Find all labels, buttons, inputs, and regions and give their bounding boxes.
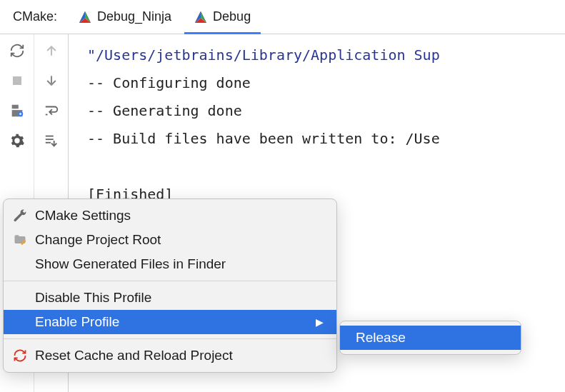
tab-debug-ninja[interactable]: Debug_Ninja bbox=[67, 0, 183, 34]
tab-label: Debug_Ninja bbox=[97, 9, 171, 24]
arrow-down-icon[interactable] bbox=[44, 73, 59, 89]
console-line: -- Configuring done bbox=[87, 74, 251, 91]
submenu-arrow-icon: ▶ bbox=[316, 316, 324, 328]
cmake-icon bbox=[79, 11, 91, 24]
svg-point-10 bbox=[19, 113, 21, 115]
menu-item-label: Change Project Root bbox=[35, 232, 324, 248]
arrow-up-icon[interactable] bbox=[44, 43, 59, 59]
menu-item-label: CMake Settings bbox=[35, 208, 324, 223]
menu-item-label: Show Generated Files in Finder bbox=[35, 256, 324, 272]
svg-rect-8 bbox=[13, 76, 21, 85]
tab-label: Debug bbox=[213, 9, 251, 24]
menu-separator bbox=[4, 338, 336, 339]
enable-profile-submenu: Release bbox=[339, 321, 521, 355]
tab-debug[interactable]: Debug bbox=[183, 0, 262, 34]
blank-icon bbox=[12, 290, 28, 306]
submenu-item-label: Release bbox=[356, 330, 406, 346]
menu-item-disable-this-profile[interactable]: Disable This Profile bbox=[4, 286, 336, 310]
menu-item-label: Reset Cache and Reload Project bbox=[35, 348, 324, 363]
tab-bar-label: CMake: bbox=[0, 9, 67, 24]
soft-wrap-icon[interactable] bbox=[44, 103, 59, 119]
reset-cache-icon bbox=[12, 348, 28, 363]
submenu-item-release[interactable]: Release bbox=[340, 326, 521, 350]
menu-item-cmake-settings[interactable]: CMake Settings bbox=[4, 203, 336, 228]
cmake-icon bbox=[194, 11, 207, 24]
build-settings-icon[interactable] bbox=[9, 103, 25, 119]
folder-edit-icon bbox=[12, 232, 28, 248]
menu-item-change-project-root[interactable]: Change Project Root bbox=[4, 228, 336, 252]
gear-icon[interactable] bbox=[9, 133, 25, 149]
wrench-icon bbox=[12, 208, 28, 223]
menu-separator bbox=[4, 281, 336, 281]
blank-icon bbox=[12, 314, 28, 330]
menu-item-show-generated-files[interactable]: Show Generated Files in Finder bbox=[4, 252, 336, 276]
reload-icon[interactable] bbox=[9, 43, 25, 59]
menu-item-label: Enable Profile bbox=[35, 314, 309, 330]
menu-item-label: Disable This Profile bbox=[35, 290, 324, 306]
menu-item-enable-profile[interactable]: Enable Profile ▶ bbox=[4, 310, 336, 334]
console-line: "/Users/jetbrains/Library/Application Su… bbox=[87, 46, 440, 64]
menu-item-reset-cache[interactable]: Reset Cache and Reload Project bbox=[4, 343, 336, 368]
console-line: -- Generating done bbox=[87, 102, 242, 119]
scroll-to-end-icon[interactable] bbox=[44, 133, 59, 149]
cmake-tab-bar: CMake: Debug_Ninja Debug bbox=[0, 0, 565, 34]
context-menu: CMake Settings Change Project Root Show … bbox=[3, 198, 337, 373]
blank-icon bbox=[12, 256, 28, 272]
stop-icon[interactable] bbox=[9, 73, 25, 89]
console-line: -- Build files have been written to: /Us… bbox=[87, 130, 440, 147]
